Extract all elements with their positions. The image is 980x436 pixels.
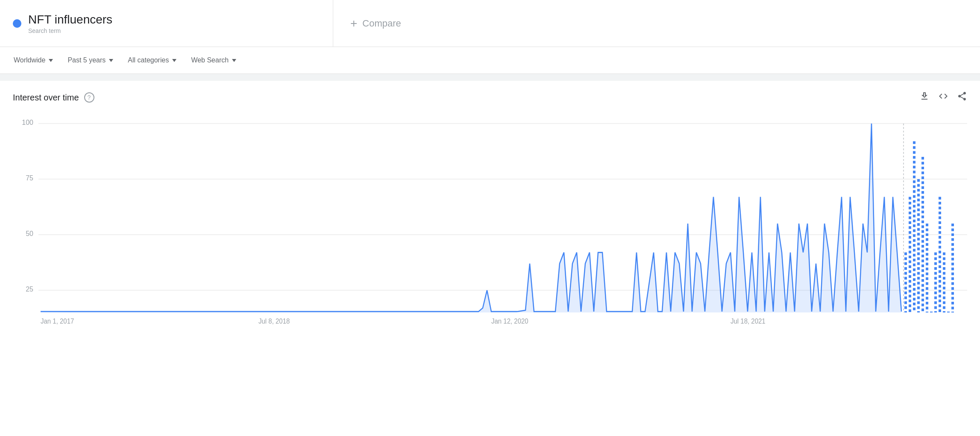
- svg-marker-13: [41, 124, 901, 312]
- search-type-filter-label: Web Search: [191, 56, 229, 64]
- search-term-subtitle: Search term: [28, 27, 112, 34]
- svg-text:Jan 12, 2020: Jan 12, 2020: [491, 318, 528, 325]
- svg-text:Jul 8, 2018: Jul 8, 2018: [258, 318, 290, 325]
- category-filter-label: All categories: [128, 56, 169, 64]
- region-chevron-icon: [49, 59, 53, 62]
- search-type-filter[interactable]: Web Search: [190, 55, 237, 66]
- search-term-title: NFT influencers: [28, 13, 112, 27]
- chart-section: Interest over time ?: [0, 81, 980, 339]
- region-filter[interactable]: Worldwide: [13, 55, 54, 66]
- interest-over-time-chart: 100 75 50 25 Jan 1, 2017 Jul 8, 2018 Jan…: [13, 112, 967, 335]
- category-filter[interactable]: All categories: [127, 55, 177, 66]
- compare-label: Compare: [362, 18, 401, 29]
- svg-text:Jul 18, 2021: Jul 18, 2021: [731, 318, 766, 325]
- period-chevron-icon: [109, 59, 113, 62]
- chart-header: Interest over time ?: [13, 91, 967, 104]
- period-filter[interactable]: Past 5 years: [67, 55, 114, 66]
- chart-title-area: Interest over time ?: [13, 92, 94, 103]
- search-type-chevron-icon: [232, 59, 236, 62]
- category-chevron-icon: [172, 59, 176, 62]
- compare-button[interactable]: + Compare: [333, 0, 418, 47]
- region-filter-label: Worldwide: [14, 56, 45, 64]
- page-header: NFT influencers Search term + Compare: [0, 0, 980, 47]
- download-icon[interactable]: [919, 91, 930, 104]
- chart-title: Interest over time: [13, 93, 79, 103]
- compare-plus-icon: +: [350, 17, 357, 30]
- period-filter-label: Past 5 years: [67, 56, 106, 64]
- share-icon[interactable]: [957, 91, 967, 104]
- divider-strip: [0, 74, 980, 81]
- search-term-info: NFT influencers Search term: [28, 13, 112, 34]
- search-term-dot: [13, 19, 21, 28]
- help-icon[interactable]: ?: [84, 92, 94, 103]
- svg-text:50: 50: [26, 230, 33, 237]
- filters-bar: Worldwide Past 5 years All categories We…: [0, 47, 980, 74]
- svg-text:75: 75: [26, 174, 33, 182]
- svg-text:Jan 1, 2017: Jan 1, 2017: [41, 318, 74, 325]
- svg-text:100: 100: [22, 118, 33, 126]
- chart-actions: [919, 91, 967, 104]
- svg-text:25: 25: [26, 285, 33, 293]
- chart-container: 100 75 50 25 Jan 1, 2017 Jul 8, 2018 Jan…: [13, 112, 967, 335]
- search-term-area: NFT influencers Search term: [0, 0, 333, 47]
- embed-icon[interactable]: [938, 91, 948, 104]
